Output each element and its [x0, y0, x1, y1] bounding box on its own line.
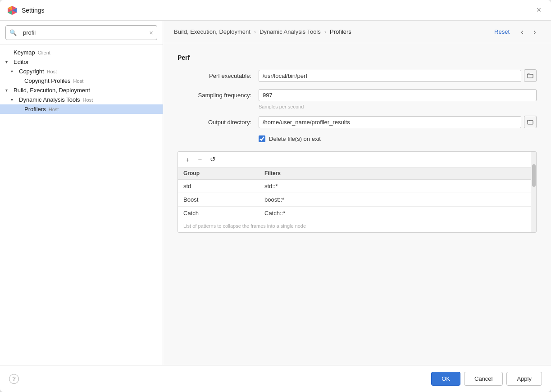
table-rows: std std::* Boost boost::* Catch [178, 180, 531, 220]
cell-group: std [178, 180, 259, 193]
column-group-header: Group [178, 167, 259, 179]
search-field-wrap: 🔍 × [5, 25, 157, 40]
cell-filter: std::* [259, 180, 531, 193]
reset-button[interactable]: Reset [494, 28, 510, 35]
sidebar-tree: Keymap Client ▾ Editor ▾ Copyright Host … [0, 45, 163, 365]
perf-executable-label: Perf executable: [178, 72, 259, 79]
apply-button[interactable]: Apply [506, 372, 542, 386]
sidebar-item-copyright[interactable]: ▾ Copyright Host ✎ [0, 67, 163, 76]
delete-files-row: Delete file(s) on exit [259, 135, 537, 142]
cell-filter: Catch::* [259, 207, 531, 220]
table-scroll-thumb[interactable] [532, 164, 536, 187]
output-directory-row: Output directory: [178, 116, 537, 128]
section-title: Perf [178, 54, 537, 61]
add-row-button[interactable]: + [182, 154, 192, 164]
breadcrumb-sep-1: › [254, 28, 256, 35]
sidebar-item-label: Copyright Profiles [24, 77, 71, 84]
cell-group: Catch [178, 207, 259, 220]
cell-group: Boost [178, 193, 259, 206]
clear-search-icon[interactable]: × [149, 29, 153, 36]
bottom-actions: OK Cancel Apply [431, 372, 542, 386]
sidebar-item-editor[interactable]: ▾ Editor [0, 57, 163, 67]
folder-icon [527, 72, 533, 79]
sidebar-item-badge: Host [49, 107, 59, 112]
output-directory-input-wrap [259, 116, 537, 128]
settings-content: Perf Perf executable: [163, 43, 551, 365]
toggle-icon: ▾ [5, 59, 12, 64]
perf-executable-row: Perf executable: [178, 69, 537, 82]
sampling-frequency-input-wrap [259, 89, 537, 101]
bottom-bar: ? OK Cancel Apply [0, 365, 551, 392]
sampling-frequency-row: Sampling frequency: [178, 89, 537, 101]
breadcrumb-part-1: Build, Execution, Deployment [174, 28, 250, 35]
table-toolbar: + − ↺ [178, 152, 531, 167]
collapse-frames-table: + − ↺ Group Filters std std::* [178, 151, 537, 233]
breadcrumb-bar: Build, Execution, Deployment › Dynamic A… [163, 21, 551, 43]
toggle-icon: ▾ [11, 69, 17, 74]
sampling-frequency-input[interactable] [259, 89, 537, 101]
toggle-icon: ▾ [5, 88, 12, 93]
sidebar-item-label: Profilers [24, 106, 46, 113]
delete-files-checkbox[interactable] [259, 135, 265, 142]
sidebar: 🔍 × Keymap Client ▾ Editor [0, 21, 163, 365]
folder-icon [527, 119, 533, 125]
toggle-icon: ▾ [11, 97, 17, 102]
cancel-button[interactable]: Cancel [464, 372, 503, 386]
sampling-frequency-label: Sampling frequency: [178, 92, 259, 99]
cell-filter: boost::* [259, 193, 531, 206]
sidebar-item-profilers[interactable]: Profilers Host [0, 104, 163, 114]
output-directory-input[interactable] [259, 116, 521, 128]
table-row[interactable]: std std::* [178, 180, 531, 193]
app-logo [7, 5, 17, 15]
nav-back-button[interactable]: ‹ [517, 27, 528, 37]
nav-forward-button[interactable]: › [529, 27, 540, 37]
breadcrumb-sep-2: › [324, 28, 326, 35]
sidebar-item-badge: Client [38, 50, 50, 55]
content-area: 🔍 × Keymap Client ▾ Editor [0, 21, 551, 365]
sidebar-item-label: Editor [14, 59, 29, 65]
title-bar: Settings × [0, 0, 551, 21]
table-scrollbar[interactable] [531, 152, 536, 232]
ok-button[interactable]: OK [431, 372, 460, 386]
svg-rect-5 [528, 121, 533, 124]
table-row[interactable]: Boost boost::* [178, 193, 531, 207]
sidebar-item-keymap[interactable]: Keymap Client [0, 48, 163, 57]
output-directory-label: Output directory: [178, 119, 259, 126]
dialog-title: Settings [22, 7, 534, 14]
help-button[interactable]: ? [9, 374, 19, 384]
perf-executable-input-wrap [259, 69, 537, 82]
settings-dialog: Settings × 🔍 × Keymap Client [0, 0, 551, 392]
search-icon: 🔍 [9, 29, 17, 36]
sidebar-item-label: Keymap [14, 49, 35, 56]
sidebar-item-badge: Host [73, 78, 84, 84]
perf-executable-browse-button[interactable] [524, 69, 537, 82]
table-row[interactable]: Catch Catch::* [178, 207, 531, 220]
sidebar-item-copyright-profiles[interactable]: Copyright Profiles Host [0, 76, 163, 86]
sidebar-item-label: Build, Execution, Deployment [14, 87, 90, 94]
column-filters-header: Filters [259, 167, 531, 179]
table-inner: + − ↺ Group Filters std std::* [178, 152, 531, 232]
sidebar-item-badge: Host [47, 69, 57, 74]
remove-row-button[interactable]: − [195, 154, 205, 164]
table-hint: List of patterns to collapse the frames … [178, 220, 531, 232]
perf-executable-input[interactable] [259, 70, 521, 82]
table-header: Group Filters [178, 167, 531, 180]
sidebar-item-dynamic-analysis[interactable]: ▾ Dynamic Analysis Tools Host [0, 95, 163, 104]
reset-table-button[interactable]: ↺ [208, 154, 218, 164]
sampling-frequency-hint: Samples per second [259, 104, 537, 109]
breadcrumb-nav: ‹ › [517, 27, 540, 37]
sidebar-item-label: Copyright [19, 68, 44, 75]
breadcrumb-part-3: Profilers [330, 28, 351, 35]
main-panel: Build, Execution, Deployment › Dynamic A… [163, 21, 551, 365]
close-button[interactable]: × [534, 5, 544, 15]
search-bar: 🔍 × [0, 21, 163, 45]
search-input[interactable] [19, 27, 146, 38]
delete-files-label[interactable]: Delete file(s) on exit [269, 135, 321, 142]
sidebar-item-badge: Host [83, 97, 93, 103]
breadcrumb-part-2: Dynamic Analysis Tools [260, 28, 321, 35]
output-directory-browse-button[interactable] [524, 116, 537, 128]
svg-rect-4 [528, 74, 533, 78]
sidebar-item-label: Dynamic Analysis Tools [19, 96, 80, 103]
sidebar-item-build[interactable]: ▾ Build, Execution, Deployment [0, 86, 163, 95]
